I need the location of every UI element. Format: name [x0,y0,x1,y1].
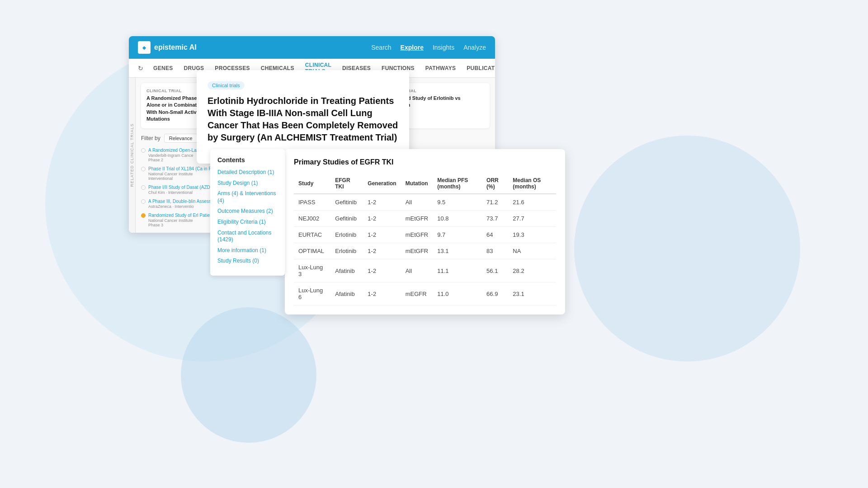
nav-explore[interactable]: Explore [401,44,424,51]
logo-icon: ◆ [138,41,151,54]
cell-3-6: NA [508,243,556,259]
background-blob-3 [181,307,316,443]
contents-link-8[interactable]: Study Results (0) [217,258,278,265]
trial-radio-4 [141,199,146,204]
trial-radio-2 [141,167,146,171]
cell-5-0: Lux-Lung 6 [294,282,330,305]
cell-4-3: All [401,259,433,282]
cell-2-4: 9.7 [433,227,482,243]
cat-pathways[interactable]: PATHWAYS [421,63,461,73]
table-row: OPTIMALErlotinib1-2mEtGFR13.183NA [294,243,556,259]
contents-heading: Contents [217,156,278,164]
table-row: IPASSGefitinib1-2All9.571.221.6 [294,194,556,211]
cat-genes[interactable]: GENES [149,63,178,73]
contents-box: Contents Detailed Description (1) Study … [210,149,285,276]
trial-radio-3 [141,185,146,190]
contents-link-3[interactable]: Arms (4) & Interventions (4) [217,190,278,204]
cell-3-2: 1-2 [363,243,401,259]
contents-link-5[interactable]: Eligibility Criteria (1) [217,219,278,226]
cell-2-1: Erlotinib [330,227,363,243]
cell-5-5: 66.9 [482,282,508,305]
cell-4-0: Lux-Lung 3 [294,259,330,282]
cell-1-5: 73.7 [482,211,508,227]
cell-2-5: 64 [482,227,508,243]
table-row: NEJ002Gefitinib1-2mEtGFR10.873.727.7 [294,211,556,227]
logo-text: epistemic AI [154,43,197,52]
col-tki: EFGR TKI [330,174,363,194]
cell-1-3: mEtGFR [401,211,433,227]
cell-4-5: 56.1 [482,259,508,282]
detail-badge: Clinical trials [208,81,245,89]
cell-1-6: 27.7 [508,211,556,227]
table-row: Lux-Lung 6Afatinib1-2mEGFR11.066.923.1 [294,282,556,305]
cell-1-4: 10.8 [433,211,482,227]
col-mutation: Mutation [401,174,433,194]
cell-4-2: 1-2 [363,259,401,282]
trial-radio-5 [141,213,146,218]
filter-label: Filter by [141,135,160,141]
cell-0-5: 71.2 [482,194,508,211]
cell-3-1: Erlotinib [330,243,363,259]
contents-link-7[interactable]: More information (1) [217,247,278,254]
contents-link-4[interactable]: Outcome Measures (2) [217,208,278,215]
cell-3-3: mEtGFR [401,243,433,259]
data-table: Study EFGR TKI Generation Mutation Media… [294,174,556,305]
cell-1-2: 1-2 [363,211,401,227]
col-study: Study [294,174,330,194]
table-header-row: Study EFGR TKI Generation Mutation Media… [294,174,556,194]
trial-radio-1 [141,148,146,153]
nav-insights[interactable]: Insights [433,44,454,51]
refresh-icon[interactable]: ↻ [138,65,143,72]
nav-search[interactable]: Search [371,44,391,51]
cell-0-6: 21.6 [508,194,556,211]
cell-3-0: OPTIMAL [294,243,330,259]
col-orr: ORR (%) [482,174,508,194]
col-gen: Generation [363,174,401,194]
cell-5-6: 23.1 [508,282,556,305]
cell-0-1: Gefitinib [330,194,363,211]
cell-4-4: 11.1 [433,259,482,282]
cell-2-2: 1-2 [363,227,401,243]
contents-link-1[interactable]: Detailed Description (1) [217,169,278,176]
col-pfs: Median PFS (months) [433,174,482,194]
logo-area: ◆ epistemic AI [138,41,197,54]
nav-links: Search Explore Insights Analyze [371,44,486,51]
col-os: Median OS (months) [508,174,556,194]
cell-5-4: 11.0 [433,282,482,305]
nav-analyze[interactable]: Analyze [463,44,486,51]
sidebar-label: RELATED CLINICAL TRIALS [130,123,134,187]
table-panel: Primary Studies of EGFR TKI Study EFGR T… [285,149,565,314]
cell-0-2: 1-2 [363,194,401,211]
cell-5-3: mEGFR [401,282,433,305]
cell-2-3: mEtGFR [401,227,433,243]
cell-3-5: 83 [482,243,508,259]
contents-link-2[interactable]: Study Design (1) [217,180,278,187]
cell-2-0: EURTAC [294,227,330,243]
cell-0-3: All [401,194,433,211]
cell-0-4: 9.5 [433,194,482,211]
detail-title: Erlotinib Hydrochloride in Treating Pati… [208,95,398,144]
cell-1-0: NEJ002 [294,211,330,227]
cell-5-1: Afatinib [330,282,363,305]
cell-4-1: Afatinib [330,259,363,282]
cell-4-6: 28.2 [508,259,556,282]
cat-publications[interactable]: PUBLICATIONS [462,63,495,73]
cell-1-1: Gefitinib [330,211,363,227]
table-row: Lux-Lung 3Afatinib1-2All11.156.128.2 [294,259,556,282]
table-title: Primary Studies of EGFR TKI [294,158,556,166]
contents-link-6[interactable]: Contact and Locations (1429) [217,230,278,244]
cell-3-4: 13.1 [433,243,482,259]
left-sidebar: RELATED CLINICAL TRIALS [129,78,136,233]
cell-5-2: 1-2 [363,282,401,305]
table-row: EURTACErlotinib1-2mEtGFR9.76419.3 [294,227,556,243]
background-blob-2 [574,136,800,361]
cell-0-0: IPASS [294,194,330,211]
top-navbar: ◆ epistemic AI Search Explore Insights A… [129,36,495,59]
cell-2-6: 19.3 [508,227,556,243]
